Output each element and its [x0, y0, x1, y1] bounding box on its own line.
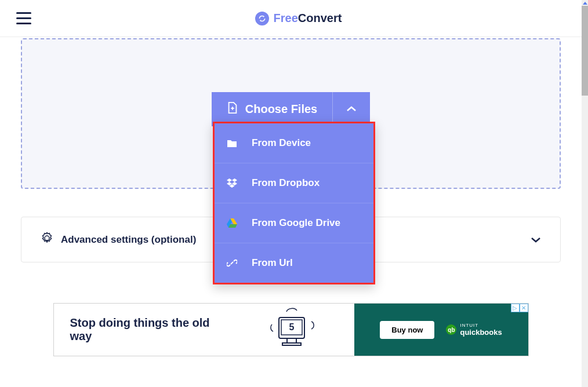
- link-icon: [226, 257, 238, 269]
- source-label: From Google Drive: [252, 217, 340, 229]
- ad-headline: Stop doing things the old way: [70, 316, 234, 343]
- ad-close-icon[interactable]: ✕: [520, 304, 528, 312]
- source-label: From Device: [252, 137, 311, 149]
- ad-cta-area: Buy now qb INTUIT quickbooks: [354, 304, 528, 356]
- menu-hamburger-icon[interactable]: [16, 12, 31, 24]
- folder-icon: [226, 137, 238, 149]
- ad-illustration: 5: [234, 304, 354, 356]
- source-label: From Dropbox: [252, 177, 320, 189]
- ad-banner[interactable]: Stop doing things the old way 5 Bu: [53, 303, 529, 356]
- svg-rect-3: [282, 343, 301, 345]
- advanced-settings-label: Advanced settings (optional): [61, 234, 196, 246]
- choose-files-label: Choose Files: [245, 103, 317, 116]
- logo-text: FreeConvert: [274, 12, 342, 25]
- choose-files-dropdown-toggle[interactable]: [332, 92, 370, 126]
- ad-brand: qb INTUIT quickbooks: [446, 323, 502, 337]
- adchoices-icon[interactable]: ▷: [511, 304, 520, 312]
- vertical-scrollbar[interactable]: [582, 0, 588, 387]
- source-from-device[interactable]: From Device: [215, 123, 373, 163]
- chevron-down-icon: [531, 235, 540, 245]
- source-label: From Url: [252, 257, 293, 269]
- source-from-url[interactable]: From Url: [215, 243, 373, 283]
- site-logo[interactable]: FreeConvert: [31, 12, 565, 25]
- convert-circle-icon: [255, 12, 269, 25]
- ad-buy-now-button[interactable]: Buy now: [380, 321, 434, 339]
- file-add-icon: [227, 101, 238, 117]
- site-header: FreeConvert: [0, 0, 582, 37]
- quickbooks-icon: qb: [446, 324, 456, 335]
- scroll-up-arrow-icon[interactable]: [582, 0, 588, 6]
- choose-files-button[interactable]: Choose Files: [212, 92, 332, 126]
- source-from-dropbox[interactable]: From Dropbox: [215, 163, 373, 203]
- chevron-up-icon: [347, 105, 356, 114]
- svg-rect-2: [287, 338, 296, 343]
- dropbox-icon: [226, 177, 238, 189]
- scrollbar-thumb[interactable]: [582, 6, 588, 96]
- ad-monitor-number: 5: [289, 322, 295, 332]
- ad-text-area: Stop doing things the old way: [54, 304, 234, 356]
- file-source-dropdown: From Device From Dropbox From Google Dri…: [213, 122, 375, 284]
- gdrive-icon: [226, 217, 238, 229]
- source-from-google-drive[interactable]: From Google Drive: [215, 203, 373, 243]
- gear-icon: [41, 232, 53, 247]
